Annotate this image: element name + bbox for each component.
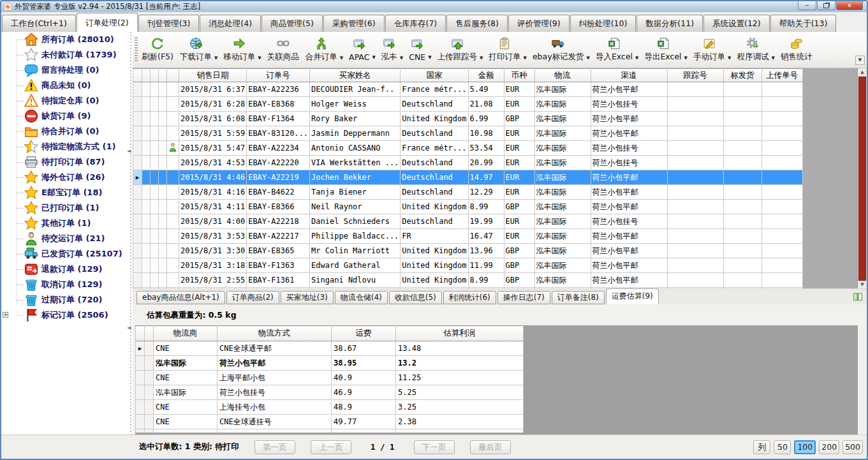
last-page-button[interactable]: 最后页 — [470, 440, 511, 454]
page-size-button-50[interactable]: 50 — [774, 440, 791, 454]
freight-row[interactable]: CNE上海平邮小包40.911.25 — [136, 371, 524, 385]
detail-tab-1[interactable]: ebay商品信息(Alt+1) — [136, 291, 225, 304]
page-size-button-200[interactable]: 200 — [819, 440, 839, 454]
close-button[interactable]: ✕ — [836, 1, 863, 10]
dropdown-arrow-icon[interactable]: ▼ — [258, 56, 261, 61]
detail-tab-8[interactable]: 订单备注(8) — [552, 291, 605, 304]
sidebar-item-2[interactable]: 未付款订单 (1739) — [1, 47, 133, 63]
column-header[interactable]: 上传单号 — [761, 69, 802, 82]
sidebar-item-18[interactable]: 过期订单 (720) — [1, 292, 133, 308]
menu-tab-12[interactable]: 系统设置(12) — [703, 15, 770, 32]
order-row[interactable]: 2015/8/31 3:18EBAY-F1363Edward GatheralU… — [133, 258, 803, 273]
column-header[interactable]: 物流商 — [154, 326, 217, 341]
column-header[interactable]: 渠道 — [591, 69, 667, 82]
column-header[interactable]: 买家姓名 — [310, 69, 401, 82]
scrollbar-thumb[interactable] — [858, 77, 866, 281]
sidebar-item-5[interactable]: 待指定仓库 (0) — [1, 93, 133, 108]
dropdown-arrow-icon[interactable]: ▼ — [684, 56, 688, 61]
toolbar-button-6[interactable]: APAC▼ — [348, 36, 376, 64]
sidebar-splitter[interactable] — [128, 32, 133, 435]
toolbar-button-5[interactable]: 合并订单▼ — [304, 35, 344, 64]
order-row[interactable]: 2015/8/31 5:59EBAY-83120...Jasmin Depper… — [133, 126, 803, 141]
menu-tab-8[interactable]: 售后服务(8) — [446, 15, 508, 32]
sidebar-item-13[interactable]: 其他订单 (1) — [1, 216, 133, 231]
sidebar-item-11[interactable]: E邮宝订单 (18) — [1, 185, 133, 200]
sidebar-item-17[interactable]: 取消订单 (129) — [1, 277, 133, 292]
report-book-icon[interactable] — [853, 292, 863, 302]
detail-tab-4[interactable]: 物流仓储(4) — [335, 291, 388, 304]
vertical-scrollbar[interactable]: ▲ ▼ — [857, 68, 867, 289]
menu-tab-2[interactable]: 订单处理(2) — [77, 13, 138, 32]
toolbar-button-1[interactable]: 刷新(F5) — [140, 35, 175, 64]
toolbar-button-16[interactable]: 销售统计 — [779, 35, 814, 64]
page-size-button-100[interactable]: 100 — [794, 440, 816, 454]
dropdown-arrow-icon[interactable]: ▼ — [771, 56, 774, 61]
column-header[interactable]: 物流方式 — [217, 326, 332, 341]
toolbar-overflow-button[interactable]: ▼ — [855, 56, 865, 65]
menu-tab-7[interactable]: 仓库库存(7) — [385, 15, 446, 32]
menu-tab-5[interactable]: 商品管理(5) — [261, 15, 323, 32]
dropdown-arrow-icon[interactable]: ▼ — [587, 56, 590, 61]
menu-tab-4[interactable]: 消息处理(4) — [200, 15, 261, 32]
column-header[interactable]: 估算利润 — [396, 326, 524, 341]
order-row[interactable]: 2015/8/31 6:37EBAY-A22236DECOUDIER Jean-… — [133, 82, 803, 97]
column-header[interactable]: 订单号 — [247, 69, 310, 82]
sidebar-item-10[interactable]: 海外仓订单 (26) — [1, 170, 133, 185]
dropdown-arrow-icon[interactable]: ▼ — [480, 56, 483, 61]
menu-tab-6[interactable]: 采购管理(6) — [323, 15, 385, 32]
column-header[interactable]: 运费 — [332, 326, 396, 341]
dropdown-arrow-icon[interactable]: ▼ — [728, 56, 731, 61]
toolbar-button-12[interactable]: 导入Excel▼ — [594, 35, 640, 64]
dropdown-arrow-icon[interactable]: ▼ — [214, 56, 217, 61]
column-header[interactable]: 币种 — [504, 69, 534, 82]
toolbar-button-4[interactable]: 关联商品 — [266, 35, 300, 64]
freight-row[interactable]: ▶CNECNE全球通平邮38.6713.48 — [136, 341, 524, 356]
toolbar-button-10[interactable]: 打印订单▼ — [487, 35, 527, 64]
page-size-button-500[interactable]: 500 — [842, 440, 863, 454]
toolbar-button-9[interactable]: 上传跟踪号▼ — [436, 35, 484, 64]
column-header[interactable]: 物流 — [534, 69, 591, 82]
dropdown-arrow-icon[interactable]: ▼ — [635, 56, 638, 61]
detail-tab-3[interactable]: 买家地址(3) — [281, 291, 334, 304]
freight-row[interactable]: CNECNE全球通挂号49.772.38 — [136, 415, 524, 429]
sidebar-item-3[interactable]: 留言待处理 (0) — [1, 63, 133, 78]
detail-tab-2[interactable]: 订单商品(2) — [226, 291, 279, 304]
freight-row[interactable]: 泓丰国际荷兰小包挂号46.95.25 — [136, 385, 524, 400]
prev-page-button[interactable]: 上一页 — [311, 440, 351, 454]
title-bar[interactable]: 外贸管家婆 专业版 v2.94 - 2015/8/31 [当前用户: 王志] ─… — [1, 1, 867, 12]
menu-tab-11[interactable]: 数据分析(11) — [636, 15, 703, 32]
order-row[interactable]: 2015/8/31 4:53EBAY-A22220VIA Werkstätten… — [133, 156, 803, 170]
toolbar-button-3[interactable]: 移动订单▼ — [222, 35, 261, 64]
freight-row[interactable]: 泓丰国际荷兰小包平邮38.9513.2 — [136, 356, 524, 371]
freight-row[interactable]: CNE上海挂号小包48.93.25 — [136, 400, 524, 415]
column-header[interactable]: 国家 — [401, 69, 468, 82]
sidebar-item-1[interactable]: 所有订单 (28010) — [1, 32, 133, 47]
toolbar-grip[interactable] — [135, 37, 138, 63]
toolbar-button-13[interactable]: 导出Excel▼ — [643, 35, 688, 64]
scroll-up-icon[interactable]: ▲ — [858, 68, 867, 77]
order-row[interactable]: 2015/8/31 2:55EBAY-F1361Singani NdlovuUn… — [133, 273, 803, 288]
sidebar-item-19[interactable]: +标记订单 (2506) — [1, 308, 133, 323]
detail-tab-6[interactable]: 利润统计(6) — [443, 291, 496, 304]
order-row[interactable]: 2015/8/31 6:08EBAY-F1364Rory BakerUnited… — [133, 112, 803, 126]
sidebar-item-8[interactable]: 待指定物流方式 (1) — [1, 139, 133, 154]
sidebar-item-4[interactable]: 商品未知 (0) — [1, 78, 133, 93]
minimize-button[interactable]: ─ — [798, 1, 816, 10]
sidebar-item-6[interactable]: 缺货订单 (9) — [1, 108, 133, 124]
sidebar-item-12[interactable]: 已打印订单 (1) — [1, 200, 133, 216]
sidebar-item-14[interactable]: 待交运订单 (21) — [1, 231, 133, 246]
dropdown-arrow-icon[interactable]: ▼ — [428, 55, 431, 60]
toolbar-button-7[interactable]: 泓丰▼ — [380, 35, 404, 64]
restore-button[interactable] — [817, 1, 835, 10]
order-row[interactable]: 2015/8/31 3:30EBAY-E8365Mr Colin Marriot… — [133, 244, 803, 258]
dropdown-arrow-icon[interactable]: ▼ — [400, 56, 403, 61]
freight-row[interactable] — [136, 429, 524, 433]
order-row[interactable]: 2015/8/31 5:47EBAY-A22234Antonio CASSANO… — [133, 141, 803, 156]
page-size-button-列[interactable]: 列 — [753, 440, 770, 454]
menu-tab-13[interactable]: 帮助关于(13) — [770, 15, 837, 32]
sidebar-item-15[interactable]: 已发货订单 (25107) — [1, 246, 133, 262]
menu-tab-1[interactable]: 工作台(Ctrl+1) — [2, 15, 76, 32]
toolbar-button-8[interactable]: CNE▼ — [408, 36, 432, 64]
toolbar-button-14[interactable]: 手动订单▼ — [692, 35, 732, 64]
menu-tab-9[interactable]: 评价管理(9) — [508, 15, 570, 32]
